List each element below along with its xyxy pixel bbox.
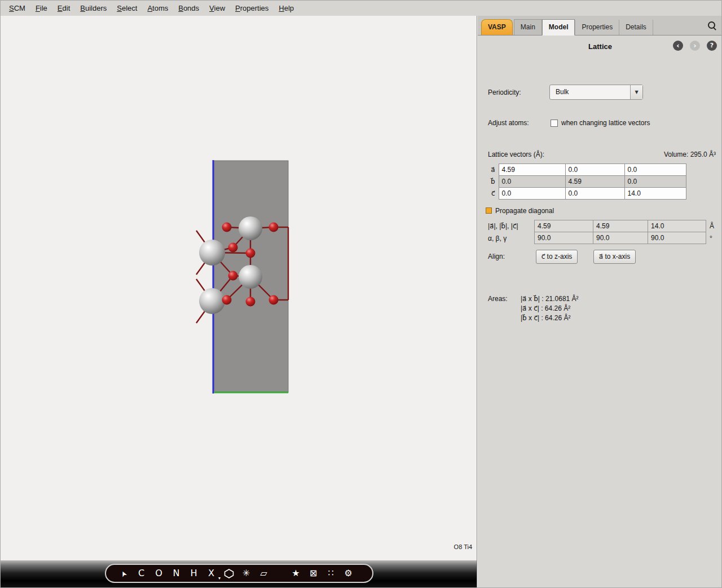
atom-O[interactable] <box>269 223 279 232</box>
structure-tool-icon[interactable]: ✳ <box>237 565 255 582</box>
angle-unit: ° <box>710 235 712 242</box>
vector-a-x[interactable]: 4.59 <box>499 164 565 176</box>
menu-properties[interactable]: Properties <box>230 2 274 15</box>
area-bc: |b⃗ x c⃗| : 64.26 Å² <box>521 314 570 322</box>
menu-view[interactable]: View <box>204 2 230 15</box>
atom-Ti[interactable] <box>199 288 225 314</box>
search-icon[interactable] <box>707 21 717 30</box>
angle-beta-field[interactable]: 90.0 <box>593 232 648 244</box>
periodicity-value: Bulk <box>556 85 569 99</box>
atom-O[interactable] <box>228 271 238 281</box>
favorites-tool-icon[interactable]: ★ <box>287 565 305 582</box>
atom-O[interactable] <box>269 295 279 305</box>
atom-toolbar: ➤CONHX▾✳▱★⊠∷⚙ <box>105 564 373 583</box>
molecule-tool-icon[interactable]: ∷ <box>322 565 340 582</box>
viewer-bottom-strip: ➤CONHX▾✳▱★⊠∷⚙ <box>1 560 477 588</box>
vector-c-y[interactable]: 0.0 <box>565 188 624 200</box>
periodicity-select[interactable]: Bulk ▼ <box>549 85 643 100</box>
vector-a-y[interactable]: 0.0 <box>565 164 624 176</box>
atom-Ti[interactable] <box>239 265 262 289</box>
atom-O[interactable] <box>228 243 238 253</box>
application-window: SCMFileEditBuildersSelectAtomsBondsViewP… <box>0 0 722 588</box>
volume-label: Volume: <box>664 151 688 158</box>
vector-b-x[interactable]: 0.0 <box>499 176 565 188</box>
atom-O[interactable] <box>222 295 232 305</box>
panel-title: Lattice <box>478 42 722 51</box>
align-a-to-x-button[interactable]: a⃗ to x-axis <box>593 250 636 264</box>
atom-O[interactable] <box>222 223 232 232</box>
vector-b-y[interactable]: 4.59 <box>565 176 624 188</box>
menu-bar: SCMFileEditBuildersSelectAtomsBondsViewP… <box>1 1 721 16</box>
vector-c-label: c⃗ <box>487 188 499 200</box>
align-c-to-z-button[interactable]: c⃗ to z-axis <box>536 250 578 264</box>
help-button[interactable]: ? <box>707 41 717 51</box>
volume-readout: Volume: 295.0 Å³ <box>664 151 716 158</box>
vector-a-z[interactable]: 0.0 <box>624 164 686 176</box>
propagate-diagonal-checkbox[interactable] <box>486 207 492 214</box>
vector-a-label: a⃗ <box>487 164 499 176</box>
table-row: 4.59 4.59 14.0 <box>535 220 706 232</box>
oxygen-tool-icon[interactable]: O <box>150 565 168 582</box>
back-button[interactable]: ‹ <box>673 41 683 51</box>
length-unit: Å <box>710 222 714 230</box>
area-ab: |a⃗ x b⃗| : 21.0681 Å² <box>521 295 579 303</box>
area-ac: |a⃗ x c⃗| : 64.26 Å² <box>521 304 570 312</box>
align-label: Align: <box>488 253 505 260</box>
pointer-tool-icon[interactable]: ➤ <box>115 565 133 582</box>
nitrogen-tool-icon[interactable]: N <box>168 565 185 582</box>
menu-scm[interactable]: SCM <box>4 2 30 15</box>
table-row: a⃗ 4.59 0.0 0.0 <box>487 164 686 176</box>
menu-file[interactable]: File <box>30 2 52 15</box>
length-b-field[interactable]: 4.59 <box>593 220 648 232</box>
length-a-field[interactable]: 4.59 <box>535 220 593 232</box>
lengths-angles-table: 4.59 4.59 14.0 90.0 90.0 90.0 <box>534 220 706 244</box>
vector-b-z[interactable]: 0.0 <box>624 176 686 188</box>
menu-builders[interactable]: Builders <box>75 2 112 15</box>
tab-details[interactable]: Details <box>619 20 653 35</box>
input-panel: VASP Main Model Properties Details Latti… <box>478 16 722 588</box>
chevron-down-icon[interactable]: ▼ <box>630 85 642 99</box>
tab-model[interactable]: Model <box>542 19 575 36</box>
carbon-tool-icon[interactable]: C <box>133 565 150 582</box>
propagate-diagonal-label: Propagate diagonal <box>495 207 554 215</box>
atom-Ti[interactable] <box>239 216 262 240</box>
panel-tool-icon[interactable]: ▱ <box>255 565 272 582</box>
lattice-vectors-table: a⃗ 4.59 0.0 0.0 b⃗ 0.0 4.59 0.0 c⃗ 0.0 0… <box>487 163 686 200</box>
tab-main[interactable]: Main <box>514 19 542 35</box>
angle-alpha-field[interactable]: 90.0 <box>535 232 593 244</box>
tab-properties[interactable]: Properties <box>575 20 619 35</box>
menu-bonds[interactable]: Bonds <box>173 2 204 15</box>
volume-value: 295.0 Å³ <box>690 151 716 158</box>
atom-Ti[interactable] <box>199 240 225 266</box>
hydrogen-tool-icon[interactable]: H <box>185 565 202 582</box>
panel-tab-bar: VASP Main Model Properties Details <box>478 16 722 36</box>
menu-edit[interactable]: Edit <box>52 2 75 15</box>
menu-select[interactable]: Select <box>112 2 142 15</box>
adjust-atoms-checkbox-label: when changing lattice vectors <box>561 119 650 127</box>
forward-button[interactable]: › <box>690 41 700 51</box>
atom-O[interactable] <box>246 297 256 307</box>
settings-tool-icon[interactable]: ⚙ <box>340 565 357 582</box>
angles-label: α, β, γ <box>488 235 507 242</box>
table-row: 90.0 90.0 90.0 <box>535 232 706 244</box>
adjust-atoms-label: Adjust atoms: <box>488 119 529 127</box>
areas-label: Areas: <box>488 295 508 303</box>
ring-tool-icon[interactable] <box>220 565 237 582</box>
vector-c-z[interactable]: 14.0 <box>624 188 686 200</box>
element-x-tool-icon[interactable]: X▾ <box>202 565 220 582</box>
table-row: b⃗ 0.0 4.59 0.0 <box>487 176 686 188</box>
tab-vasp[interactable]: VASP <box>481 19 513 35</box>
atom-O[interactable] <box>246 249 256 258</box>
molecule-viewer[interactable]: O8 Ti4 ➤CONHX▾✳▱★⊠∷⚙ <box>1 16 477 588</box>
angle-gamma-field[interactable]: 90.0 <box>648 232 706 244</box>
table-row: c⃗ 0.0 0.0 14.0 <box>487 188 686 200</box>
length-c-field[interactable]: 14.0 <box>648 220 706 232</box>
menu-help[interactable]: Help <box>274 2 299 15</box>
vector-b-label: b⃗ <box>487 176 499 188</box>
vector-c-x[interactable]: 0.0 <box>499 188 565 200</box>
frame-tool-icon[interactable]: ⊠ <box>305 565 322 582</box>
menu-atoms[interactable]: Atoms <box>142 2 173 15</box>
adjust-atoms-checkbox[interactable] <box>551 120 558 127</box>
molecule-scene[interactable] <box>1 16 477 560</box>
lattice-vectors-label: Lattice vectors (Å): <box>488 151 544 158</box>
